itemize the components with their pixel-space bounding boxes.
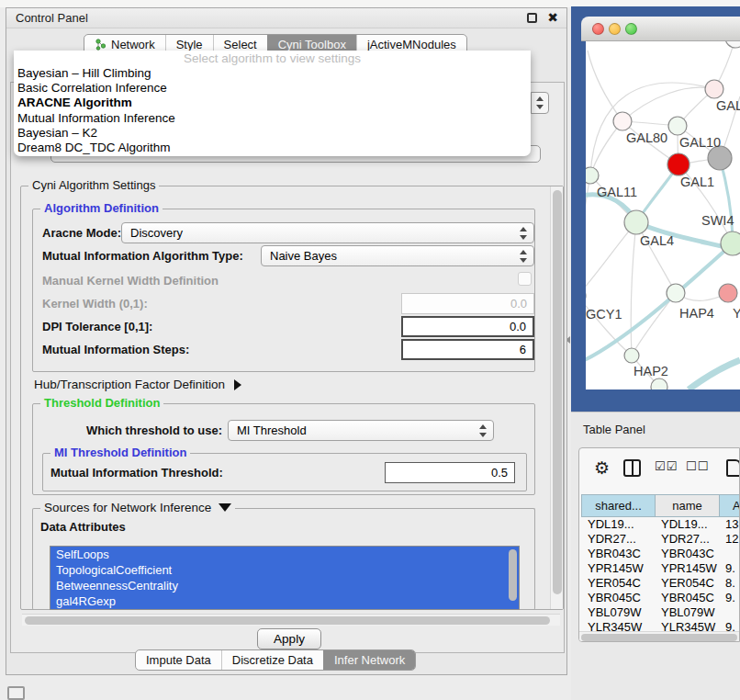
dropdown-item-basic-correlation[interactable]: Basic Correlation Inference (14, 81, 531, 96)
threshold-definition-group: Threshold Definition Which threshold to … (32, 403, 535, 495)
cell: YBR045C (581, 591, 655, 605)
table-hscrollbar-thumb[interactable] (581, 634, 737, 641)
table-hscrollbar-track[interactable] (579, 631, 740, 642)
list-item[interactable]: gal4RGexp (50, 593, 519, 609)
apply-button[interactable]: Apply (257, 628, 321, 649)
dropdown-item-bayesian-hill-climbing[interactable]: Bayesian – Hill Climbing (14, 66, 531, 81)
inference-algorithm-combobox-fragment[interactable] (531, 92, 549, 114)
cell: YDR27... (581, 532, 655, 547)
column-header-shared-name[interactable]: shared... (581, 494, 656, 517)
node-gal10[interactable] (668, 117, 687, 135)
column-header-partial[interactable]: A (720, 494, 740, 517)
network-canvas[interactable]: GAL8 GAL80 GAL10 GAL1 GAL11 GAL4 SWI4 GC… (586, 41, 740, 390)
node-label: GAL10 (679, 135, 721, 150)
close-traffic-light[interactable] (592, 23, 604, 35)
node-gal80[interactable] (613, 112, 632, 130)
algorithm-definition-group: Algorithm Definition Aracne Mode: Discov… (32, 209, 535, 372)
which-threshold-label: Which threshold to use: (86, 423, 222, 437)
settings-vscrollbar-thumb[interactable] (553, 190, 562, 594)
cell: YDL19... (655, 517, 719, 532)
kernel-width-field[interactable]: 0.0 (401, 293, 534, 314)
combo-value: MI Threshold (237, 423, 307, 437)
network-node-labels: GAL8 GAL80 GAL10 GAL1 GAL11 GAL4 SWI4 GC… (586, 98, 740, 378)
new-table-icon[interactable] (726, 459, 740, 477)
group-title: Threshold Definition (40, 396, 163, 410)
table-row[interactable]: YDL19... YDL19... 13 (581, 517, 740, 532)
node-top-right[interactable] (725, 41, 740, 48)
dropdown-item-mutual-information[interactable]: Mutual Information Inference (14, 111, 531, 126)
mi-steps-field[interactable]: 6 (401, 339, 534, 360)
node-label: HAP2 (633, 364, 668, 378)
node-hap2[interactable] (624, 348, 639, 363)
aracne-mode-combobox[interactable]: Discovery (121, 222, 534, 243)
column-header-name[interactable]: name (656, 494, 720, 517)
node-gal8[interactable] (705, 80, 723, 98)
group-title: Cyni Algorithm Settings (28, 178, 159, 192)
cell: YER054C (655, 576, 719, 591)
node-gal1-red[interactable] (667, 153, 690, 175)
minimize-traffic-light[interactable] (609, 23, 621, 35)
table-subpanel: ⚙ ☑☑ ☐☐ shared... name A YDL19... YDL19.… (578, 447, 740, 642)
hub-definition-toggle[interactable]: Hub/Transcription Factor Definition (34, 378, 241, 391)
minimized-panel-icon[interactable] (7, 686, 25, 700)
float-panel-icon[interactable] (527, 13, 537, 23)
control-panel-titlebar[interactable]: Control Panel ✖ (6, 8, 566, 28)
mi-algorithm-type-combobox[interactable]: Naive Bayes (261, 245, 534, 266)
table-row[interactable]: YDR27... YDR27... 12 (581, 532, 740, 547)
table-row[interactable]: YER054C YER054C 8. (581, 576, 740, 591)
dpi-tolerance-field[interactable]: 0.0 (401, 316, 534, 337)
settings-hscrollbar-track[interactable] (22, 614, 560, 626)
table-panel-title: Table Panel (583, 423, 645, 436)
zoom-traffic-light[interactable] (625, 23, 637, 35)
table-row[interactable]: YBR043C YBR043C (581, 547, 740, 561)
close-panel-icon[interactable]: ✖ (547, 10, 558, 25)
collapse-arrow-icon[interactable] (219, 503, 231, 512)
group-title: Sources for Network Inference (40, 501, 235, 514)
node-gal4[interactable] (624, 210, 648, 234)
node-hap4[interactable] (667, 284, 685, 302)
which-threshold-combobox[interactable]: MI Threshold (228, 420, 494, 441)
table-rows: YDL19... YDL19... 13 YDR27... YDR27... 1… (581, 517, 740, 642)
select-all-checkboxes-icon[interactable]: ☑☑ (655, 459, 678, 473)
cell: 9. (719, 561, 740, 576)
tab-discretize-data[interactable]: Discretize Data (221, 650, 323, 670)
dropdown-item-aracne[interactable]: ARACNE Algorithm (14, 96, 531, 110)
table-row[interactable]: YBR045C YBR045C 9. (581, 591, 740, 605)
tab-impute-data[interactable]: Impute Data (136, 650, 221, 670)
table-row[interactable]: YPR145W YPR145W 9. (581, 561, 740, 576)
list-item[interactable]: TopologicalCoefficient (50, 562, 519, 578)
deselect-all-checkboxes-icon[interactable]: ☐☐ (686, 459, 709, 473)
cell: 8. (719, 576, 740, 591)
settings-vscrollbar-track[interactable] (550, 186, 563, 609)
cell: 12 (719, 532, 740, 547)
list-item[interactable]: SelfLoops (50, 547, 519, 562)
node-label: GAL8 (716, 98, 740, 113)
dropdown-item-bayesian-k2[interactable]: Bayesian – K2 (14, 126, 531, 141)
gear-icon[interactable]: ⚙ (594, 459, 610, 477)
tab-infer-network[interactable]: Infer Network (323, 650, 415, 670)
table-row[interactable]: YBL079W YBL079W (581, 605, 740, 620)
combo-value: Naive Bayes (270, 249, 337, 263)
list-item[interactable]: BetweennessCentrality (50, 578, 519, 593)
node-bottom[interactable] (651, 378, 667, 390)
stepper-icon (535, 96, 544, 109)
mi-threshold-field[interactable]: 0.5 (385, 462, 515, 483)
mi-threshold-definition-group: MI Threshold Definition Mutual Informati… (42, 453, 527, 491)
settings-hscrollbar-thumb[interactable] (25, 616, 550, 625)
network-window-titlebar[interactable] (581, 17, 740, 41)
tab-label: Impute Data (146, 653, 211, 668)
node-pink-right[interactable] (719, 284, 737, 302)
data-attributes-list[interactable]: SelfLoops TopologicalCoefficient Between… (50, 546, 520, 610)
list-vscrollbar-thumb[interactable] (509, 549, 517, 601)
tab-label: Discretize Data (232, 653, 313, 668)
cell: YBR043C (655, 547, 719, 561)
columns-icon[interactable] (623, 459, 641, 477)
table-panel-region: Table Panel ⚙ ☑☑ ☐☐ shared... name A YDL… (571, 412, 740, 700)
control-panel-title: Control Panel (16, 11, 88, 25)
cell: YDR27... (655, 532, 719, 547)
manual-kernel-width-checkbox[interactable] (518, 272, 532, 286)
node-gal11[interactable] (586, 167, 599, 184)
cell (719, 605, 740, 620)
node-swi4[interactable] (721, 231, 740, 255)
dropdown-item-dream8[interactable]: Dream8 DC_TDC Algorithm (14, 141, 531, 155)
